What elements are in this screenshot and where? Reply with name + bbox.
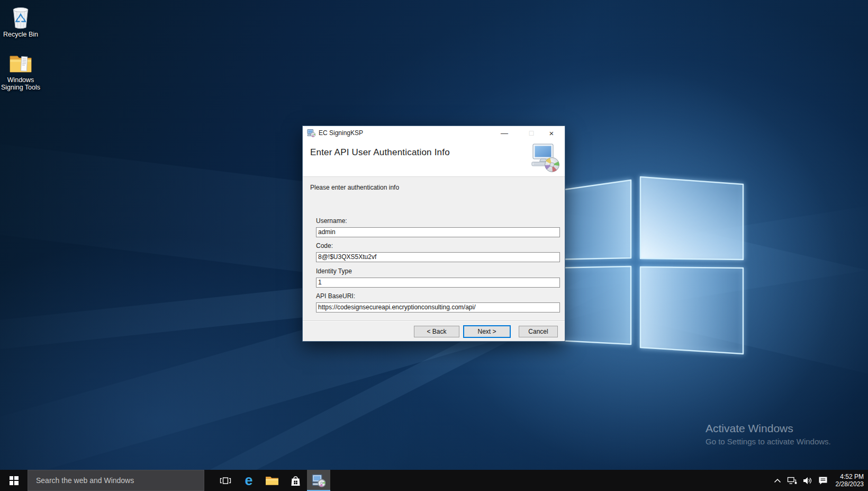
field-identity-type: Identity Type [316, 267, 560, 288]
field-api-baseuri: API BaseURI: [316, 292, 560, 313]
clock-time: 4:52 PM [836, 473, 864, 480]
taskbar-item-installer[interactable] [307, 470, 330, 491]
code-label: Code: [316, 242, 560, 249]
field-code: Code: [316, 242, 560, 262]
task-view-button[interactable] [214, 470, 237, 491]
dialog-header: Enter API User Authentication Info [303, 140, 565, 177]
tray-chevron-icon[interactable] [774, 470, 781, 491]
action-center-icon[interactable] [818, 470, 828, 491]
back-button[interactable]: < Back [414, 326, 459, 337]
cancel-button[interactable]: Cancel [519, 326, 558, 337]
dialog-body: Please enter authentication info Usernam… [303, 177, 565, 341]
search-input[interactable] [28, 476, 204, 485]
network-icon[interactable] [787, 470, 797, 491]
windows-logo-icon [10, 476, 19, 485]
instruction-text: Please enter authentication info [310, 184, 399, 191]
system-tray: 4:52 PM 2/28/2023 [774, 470, 868, 491]
dialog-header-title: Enter API User Authentication Info [310, 147, 450, 158]
start-button[interactable] [0, 470, 28, 491]
computer-disc-graphic [531, 142, 560, 173]
username-label: Username: [316, 217, 560, 225]
installer-dialog: EC SigningKSP — □ × Enter API User Authe… [302, 126, 565, 342]
clock-date: 2/28/2023 [836, 480, 864, 488]
desktop-icon-windows-signing-tools[interactable]: Windows Signing Tools [0, 53, 43, 91]
dialog-titlebar[interactable]: EC SigningKSP — □ × [303, 126, 565, 140]
identity-type-input[interactable] [316, 278, 560, 288]
username-input[interactable] [316, 227, 560, 237]
button-separator [303, 320, 565, 322]
store-icon [290, 475, 301, 487]
close-button[interactable]: × [540, 126, 563, 140]
taskbar-item-store[interactable] [284, 470, 307, 491]
installer-app-icon [307, 129, 315, 137]
taskbar: e [0, 470, 868, 491]
minimize-button[interactable]: — [493, 126, 516, 140]
desktop: Recycle Bin Windows Signing Tools Activa… [0, 0, 868, 491]
api-baseuri-label: API BaseURI: [316, 292, 560, 300]
folder-icon [8, 53, 33, 75]
task-view-icon [220, 476, 231, 485]
taskbar-clock[interactable]: 4:52 PM 2/28/2023 [834, 473, 864, 488]
api-baseuri-input[interactable] [316, 302, 560, 313]
taskbar-item-edge[interactable]: e [237, 470, 260, 491]
identity-type-label: Identity Type [316, 267, 560, 275]
field-username: Username: [316, 217, 560, 237]
installer-taskbar-icon [312, 474, 326, 487]
taskbar-item-file-explorer[interactable] [260, 470, 284, 491]
volume-icon[interactable] [803, 470, 812, 491]
desktop-icon-label: Recycle Bin [0, 31, 43, 38]
recycle-bin-icon [9, 4, 32, 30]
next-button[interactable]: Next > [463, 325, 511, 338]
code-input[interactable] [316, 252, 560, 262]
desktop-icon-recycle-bin[interactable]: Recycle Bin [0, 4, 43, 38]
edge-icon: e [245, 474, 252, 488]
taskbar-search[interactable] [28, 470, 204, 491]
desktop-icon-label: Windows Signing Tools [0, 76, 43, 91]
dialog-title: EC SigningKSP [319, 129, 363, 137]
file-explorer-icon [265, 475, 279, 486]
